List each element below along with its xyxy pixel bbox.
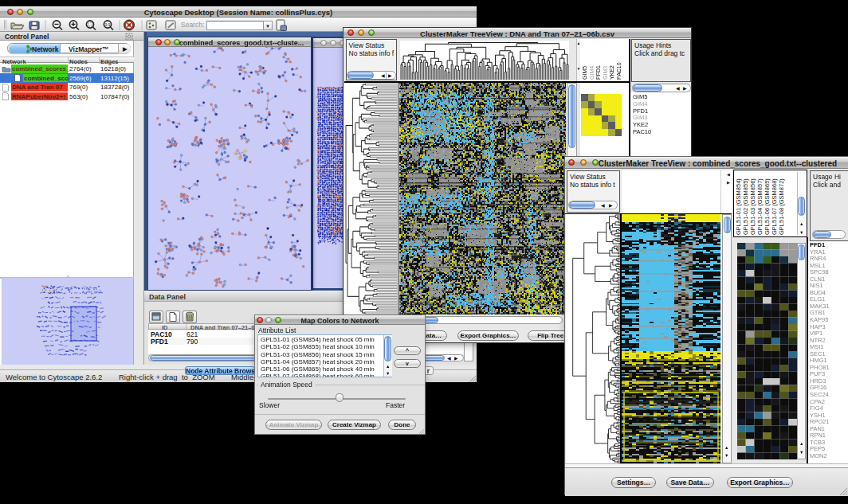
svg-text:GPL51-08 (GSM872): GPL51-08 (GSM872) [778,178,785,235]
svg-text:GIM4: GIM4 [589,66,595,80]
svg-text:PFD1: PFD1 [595,65,601,80]
svg-text:GIM5: GIM5 [582,66,587,80]
svg-text:GPL51-03 (GSM856): GPL51-03 (GSM856) [749,178,756,235]
svg-text:YKE2: YKE2 [609,65,614,80]
svg-text:PAC10: PAC10 [616,62,622,80]
svg-text:Search:: Search: [181,21,204,29]
svg-text:GPL51-01 (GSM854): GPL51-01 (GSM854) [735,178,742,235]
svg-text:GPL51-07 (GSM868): GPL51-07 (GSM868) [771,178,778,235]
svg-text:1:1: 1:1 [105,22,111,26]
svg-text:GPL51-04 (GSM857): GPL51-04 (GSM857) [756,178,764,235]
svg-text:GPL51-02 (GSM855): GPL51-02 (GSM855) [742,178,749,235]
svg-text:GPL51-06 (GSM865): GPL51-06 (GSM865) [764,178,771,235]
svg-text:GIM3: GIM3 [603,66,608,80]
